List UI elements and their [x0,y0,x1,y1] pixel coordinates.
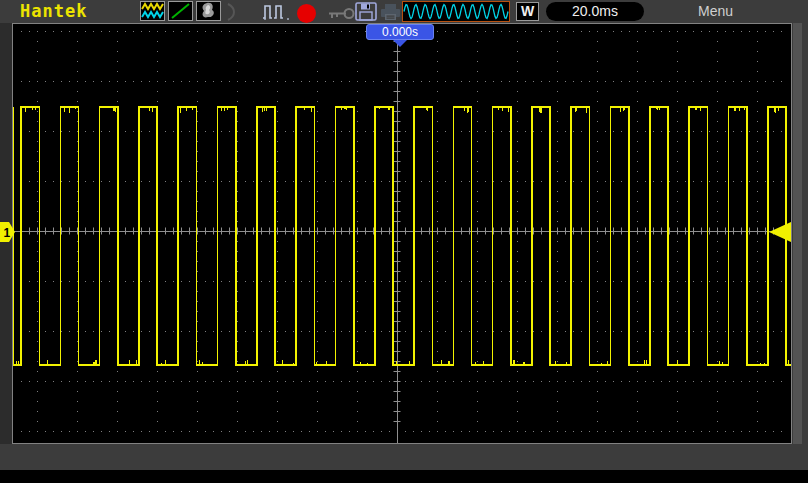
scope-display [12,23,792,444]
window-mode-icon[interactable]: W [516,2,539,21]
key-icon[interactable] [328,6,355,24]
status-bar: DC 20 100mV CH1 0.00V 1.54469MHz 5-Dec-2… [0,445,808,470]
single-trace-glyph [169,2,192,20]
trigger-level-marker[interactable] [769,222,791,246]
channels-display-icon[interactable] [140,1,165,21]
channel1-level-marker[interactable]: 1 [0,221,16,247]
print-icon[interactable] [380,3,401,25]
pulse-trigger-icon[interactable] [262,2,292,25]
menu-button[interactable]: Menu [698,3,733,19]
signal-preview-wave [403,2,509,21]
snapshot-icon[interactable] [196,1,221,21]
trigger-position-pointer [393,40,407,47]
right-margin [793,23,802,444]
dim-curve-icon [226,3,238,25]
trigger-position-marker[interactable]: 0.000s [366,24,434,40]
snapshot-glyph [197,2,220,20]
signal-preview[interactable] [402,1,510,22]
single-trace-icon[interactable] [168,1,193,21]
graticule-and-trace [13,24,791,443]
timebase-readout: 20.0ms [546,2,644,21]
channel-number: 1 [4,226,11,240]
top-toolbar: Hantek [0,0,808,23]
brand-logo: Hantek [20,1,87,21]
bottom-black-strip [0,470,808,483]
channels-display-glyph [141,2,164,20]
save-icon[interactable] [355,2,377,25]
